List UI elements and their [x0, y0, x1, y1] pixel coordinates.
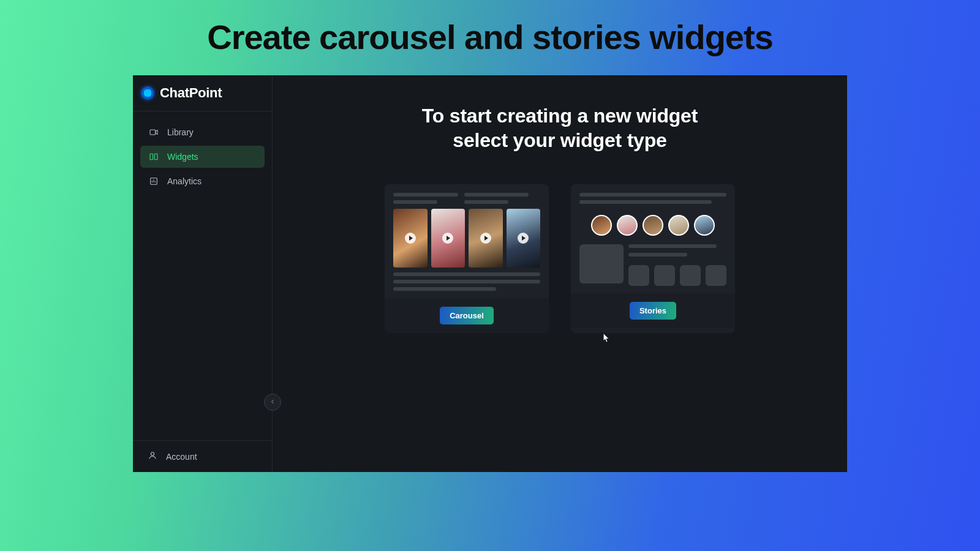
carousel-thumb: [431, 209, 466, 268]
chart-icon: [149, 176, 159, 186]
story-avatar: [694, 215, 715, 236]
sidebar: ChatPoint Library Widgets Analytics: [133, 75, 273, 472]
carousel-thumb: [507, 209, 541, 268]
app-window: ChatPoint Library Widgets Analytics: [133, 75, 847, 472]
page-title: Create carousel and stories widgets: [207, 17, 773, 57]
brand-logo-icon: [141, 87, 154, 99]
svg-rect-0: [150, 130, 156, 135]
carousel-thumb: [393, 209, 428, 268]
skeleton-square: [628, 265, 649, 286]
svg-rect-2: [154, 154, 157, 159]
stories-button[interactable]: Stories: [630, 302, 676, 320]
play-icon: [518, 233, 529, 244]
play-icon: [480, 233, 491, 244]
main-heading-line2: select your widget type: [364, 128, 756, 152]
sidebar-item-library[interactable]: Library: [140, 121, 265, 143]
main-content: To start creating a new widget select yo…: [273, 75, 847, 472]
user-icon: [148, 451, 157, 462]
sidebar-nav: Library Widgets Analytics: [140, 121, 265, 192]
carousel-thumbs: [393, 209, 540, 268]
svg-rect-1: [150, 154, 153, 159]
story-avatar: [643, 215, 663, 236]
svg-point-4: [151, 452, 154, 455]
story-avatar: [668, 215, 689, 236]
video-icon: [149, 127, 159, 137]
story-avatar: [617, 215, 638, 236]
story-avatar: [591, 215, 612, 236]
skeleton-square: [680, 265, 701, 286]
stories-card[interactable]: Stories: [571, 184, 735, 333]
sidebar-item-label: Library: [167, 127, 194, 137]
sidebar-item-label: Account: [166, 452, 197, 462]
sidebar-item-analytics[interactable]: Analytics: [140, 170, 265, 192]
widget-type-cards: Carousel: [297, 184, 823, 333]
skeleton-square: [654, 265, 675, 286]
pointer-cursor-icon: [602, 332, 611, 343]
brand-name: ChatPoint: [160, 85, 222, 101]
stories-card-footer: Stories: [571, 293, 735, 328]
sidebar-item-widgets[interactable]: Widgets: [140, 146, 265, 168]
sidebar-item-account[interactable]: Account: [133, 440, 272, 466]
carousel-card-footer: Carousel: [385, 298, 549, 333]
play-icon: [405, 233, 416, 244]
carousel-thumb: [469, 209, 503, 268]
skeleton-square: [706, 265, 726, 286]
stories-avatars: [579, 215, 726, 236]
layout-icon: [149, 152, 159, 162]
stories-preview: [571, 184, 735, 293]
main-heading-line1: To start creating a new widget: [364, 103, 756, 128]
carousel-button[interactable]: Carousel: [440, 307, 494, 324]
brand: ChatPoint: [133, 84, 272, 111]
main-heading: To start creating a new widget select yo…: [364, 103, 756, 152]
carousel-card[interactable]: Carousel: [385, 184, 549, 333]
skeleton-block: [579, 244, 624, 283]
sidebar-item-label: Widgets: [167, 152, 198, 162]
play-icon: [442, 233, 453, 244]
carousel-preview: [385, 184, 549, 298]
sidebar-item-label: Analytics: [167, 176, 202, 186]
